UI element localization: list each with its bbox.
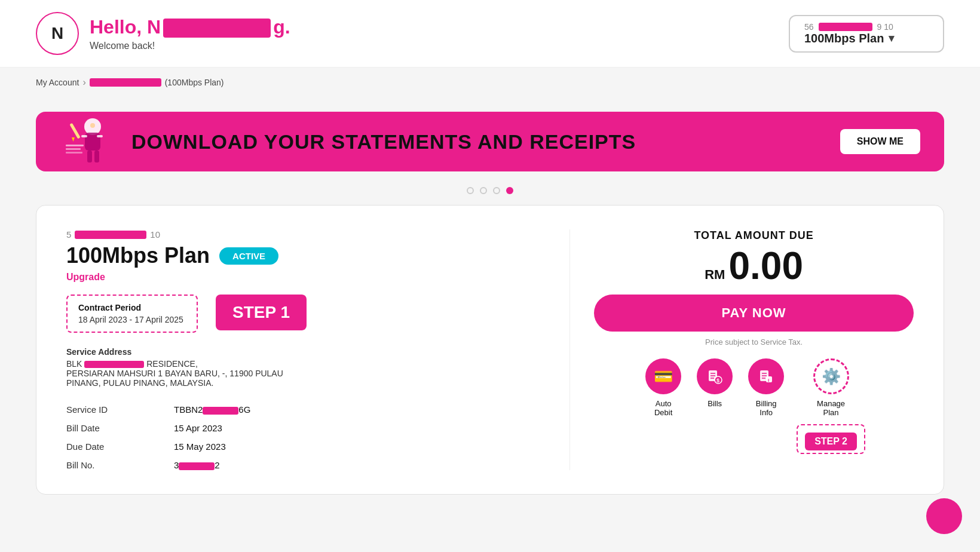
plan-title: 100Mbps Plan	[66, 243, 210, 268]
manage-plan-icon: ⚙️	[813, 358, 849, 394]
bill-no-label: Bill No.	[66, 460, 162, 470]
bill-no-value: 32	[174, 460, 250, 470]
breadcrumb: My Account › (100Mbps Plan)	[0, 68, 980, 97]
service-id-label: Service ID	[66, 404, 162, 415]
card-right: TOTAL AMOUNT DUE RM 0.00 PAY NOW Price s…	[569, 229, 914, 470]
billing-info-icon: i	[748, 358, 784, 394]
card-left: 5 10 100Mbps Plan ACTIVE Upgrade Contrac…	[66, 229, 546, 470]
show-me-button[interactable]: SHOW ME	[840, 129, 920, 154]
fab-button[interactable]	[926, 498, 962, 534]
service-address-box: Service Address BLK RESIDENCE, PERSIARAN…	[66, 347, 546, 388]
plan-title-row: 100Mbps Plan ACTIVE	[66, 243, 546, 268]
svg-rect-5	[94, 151, 99, 162]
svg-point-11	[90, 123, 95, 128]
carousel-dot-1[interactable]	[467, 187, 474, 194]
bills-icon: $	[697, 358, 733, 394]
auto-debit-label: AutoDebit	[654, 399, 672, 417]
banner-text: DOWNLOAD YOUR STATEMENTS AND RECEIPTS	[131, 130, 828, 154]
header: N Hello, Ng. Welcome back! 569 10 100Mbp…	[0, 0, 980, 68]
total-amount: RM 0.00	[705, 247, 803, 285]
chevron-down-icon: ▾	[889, 32, 894, 45]
svg-rect-3	[97, 135, 103, 137]
auto-debit-item[interactable]: 💳 AutoDebit	[642, 358, 684, 454]
action-icons-row: 💳 AutoDebit $ Bills	[594, 358, 914, 454]
account-card: 5 10 100Mbps Plan ACTIVE Upgrade Contrac…	[36, 205, 944, 495]
header-left: N Hello, Ng. Welcome back!	[36, 12, 290, 55]
step1-badge: STEP 1	[216, 295, 307, 330]
plan-selector-name: 100Mbps Plan ▾	[804, 32, 894, 45]
billing-info-label: BillingInfo	[756, 399, 777, 417]
contract-box: Contract Period 18 April 2023 - 17 April…	[66, 295, 198, 333]
svg-rect-2	[81, 135, 87, 137]
total-number: 0.00	[728, 247, 803, 285]
service-address-label: Service Address	[66, 347, 546, 357]
carousel-dot-4[interactable]	[506, 187, 513, 194]
svg-text:i: i	[768, 378, 769, 383]
address-line3: PINANG, PULAU PINANG, MALAYSIA.	[66, 378, 546, 388]
plan-selector-id: 569 10	[804, 22, 893, 32]
manage-plan-label: ManagePlan	[817, 399, 845, 417]
service-id-val-redacted	[203, 407, 238, 415]
service-tax-note: Price subject to Service Tax.	[705, 338, 803, 346]
step2-badge: STEP 2	[805, 433, 857, 450]
address-line1: BLK RESIDENCE,	[66, 359, 546, 369]
svg-rect-9	[66, 148, 81, 150]
greeting-block: Hello, Ng. Welcome back!	[90, 16, 290, 51]
name-redacted	[163, 19, 271, 38]
plan-id-redacted	[819, 23, 872, 31]
details-row: Contract Period 18 April 2023 - 17 April…	[66, 295, 546, 333]
svg-rect-4	[87, 151, 92, 162]
bill-date-label: Bill Date	[66, 423, 162, 433]
bills-svg: $	[706, 368, 723, 385]
upgrade-link[interactable]: Upgrade	[66, 272, 546, 283]
bill-no-redacted	[179, 462, 215, 470]
svg-text:$: $	[716, 378, 719, 384]
pay-now-button[interactable]: PAY NOW	[594, 295, 914, 332]
due-date-value: 15 May 2023	[174, 441, 250, 452]
address-id-redacted	[84, 361, 144, 368]
bill-date-value: 15 Apr 2023	[174, 423, 250, 433]
breadcrumb-separator: ›	[82, 77, 85, 88]
greeting-text: Hello, Ng.	[90, 16, 290, 38]
breadcrumb-id-redacted	[90, 78, 161, 87]
auto-debit-icon: 💳	[645, 358, 681, 394]
due-date-label: Due Date	[66, 441, 162, 452]
contract-period: 18 April 2023 - 17 April 2025	[78, 315, 186, 324]
banner-illustration	[60, 115, 120, 168]
manage-plan-item[interactable]: ⚙️ ManagePlan STEP 2	[797, 358, 865, 454]
billing-info-item[interactable]: i BillingInfo	[745, 358, 787, 454]
total-amount-label: TOTAL AMOUNT DUE	[694, 229, 813, 242]
svg-rect-6	[69, 123, 80, 139]
card-id-redacted	[75, 231, 146, 239]
contract-label: Contract Period	[78, 303, 186, 312]
billing-info-svg: i	[758, 368, 774, 385]
billing-info-grid-wrapper: Service ID TBBN26G Bill Date 15 Apr 2023…	[66, 402, 546, 470]
banner-illus-svg	[60, 115, 120, 168]
svg-rect-10	[66, 152, 82, 154]
breadcrumb-plan: (100Mbps Plan)	[165, 78, 224, 87]
total-currency: RM	[705, 267, 725, 283]
banner-section: DOWNLOAD YOUR STATEMENTS AND RECEIPTS SH…	[0, 97, 980, 181]
welcome-text: Welcome back!	[90, 41, 290, 51]
avatar: N	[36, 12, 79, 55]
active-badge: ACTIVE	[219, 247, 278, 265]
plan-selector[interactable]: 569 10 100Mbps Plan ▾	[789, 15, 944, 53]
bills-label: Bills	[708, 399, 722, 408]
carousel-dot-2[interactable]	[480, 187, 487, 194]
svg-rect-8	[66, 145, 84, 146]
carousel-dots	[0, 181, 980, 205]
service-id-value: TBBN26G	[174, 404, 250, 415]
svg-marker-7	[72, 137, 75, 142]
promo-banner: DOWNLOAD YOUR STATEMENTS AND RECEIPTS SH…	[36, 112, 944, 171]
card-service-id-header: 5 10	[66, 229, 546, 240]
billing-info-grid: Service ID TBBN26G Bill Date 15 Apr 2023…	[66, 404, 250, 470]
breadcrumb-my-account[interactable]: My Account	[36, 78, 79, 87]
carousel-dot-3[interactable]	[493, 187, 500, 194]
address-line2: PERSIARAN MAHSURI 1 BAYAN BARU, -, 11900…	[66, 369, 546, 378]
bills-item[interactable]: $ Bills	[694, 358, 736, 454]
